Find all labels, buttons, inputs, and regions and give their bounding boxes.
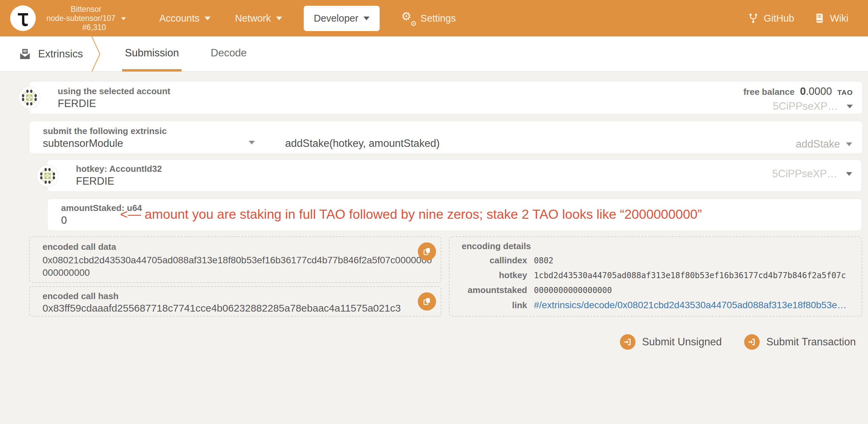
encoding-details-box: encoding details callindex 0802 hotkey 1… bbox=[449, 236, 862, 317]
wiki-link[interactable]: Wiki bbox=[814, 13, 848, 24]
annotation-note: <— amount you are staking in full TAO fo… bbox=[120, 207, 702, 222]
account-identicon bbox=[18, 86, 40, 109]
method-dropdown[interactable]: addStake bbox=[796, 138, 852, 150]
tab-bar: Extrinsics Submission Decode bbox=[0, 36, 868, 72]
tab-decode[interactable]: Decode bbox=[208, 36, 249, 72]
chevron-down-icon bbox=[363, 17, 370, 20]
chain-name: Bittensor bbox=[44, 5, 128, 14]
sign-in-icon bbox=[620, 334, 635, 350]
top-navbar: Bittensor node-subtensor/107 #6,310 Acco… bbox=[0, 0, 868, 36]
copy-icon bbox=[422, 297, 432, 306]
encoded-call-data-box: encoded call data 0x08021cbd2d43530a4470… bbox=[29, 236, 441, 283]
detail-row-callindex: callindex 0802 bbox=[450, 255, 854, 266]
sign-in-icon bbox=[744, 334, 760, 350]
network-info: Bittensor node-subtensor/107 #6,310 bbox=[44, 5, 128, 32]
encoded-data-value: 0x08021cbd2d43530a44705ad088af313e18f80b… bbox=[43, 254, 437, 279]
app-root: Bittensor node-subtensor/107 #6,310 Acco… bbox=[0, 0, 868, 424]
section-title: Extrinsics bbox=[19, 36, 83, 72]
account-select-card: using the selected account FERDIE free b… bbox=[29, 81, 863, 114]
hotkey-identicon bbox=[36, 165, 59, 187]
chevron-down-icon bbox=[846, 172, 852, 176]
amount-param-card: amountStaked: u64 0 <— amount you are st… bbox=[47, 198, 862, 231]
node-selector[interactable]: node-subtensor/107 bbox=[44, 14, 128, 23]
chevron-down-icon bbox=[205, 17, 211, 20]
hotkey-label: hotkey: AccountId32 bbox=[76, 164, 162, 174]
hotkey-account-name: FERDIE bbox=[76, 175, 114, 187]
module-select[interactable]: subtensorModule bbox=[43, 137, 123, 150]
encoded-hash-value: 0x83ff59cdaaafd255687718c7741cce4b062328… bbox=[43, 302, 401, 314]
amount-input[interactable]: 0 bbox=[61, 214, 67, 227]
separator-chevron bbox=[90, 36, 103, 72]
account-name: FERDIE bbox=[58, 98, 96, 110]
menu-network[interactable]: Network bbox=[223, 13, 294, 24]
menu-settings[interactable]: ⚙⚙ Settings bbox=[389, 11, 468, 25]
account-address-dropdown[interactable]: 5CiPPseXP… bbox=[743, 100, 853, 112]
extrinsic-select-card: submit the following extrinsic subtensor… bbox=[29, 121, 863, 154]
copy-call-data-button[interactable] bbox=[418, 242, 436, 261]
encoded-data-label: encoded call data bbox=[43, 242, 116, 252]
encoded-call-hash-box: encoded call hash 0x83ff59cdaaafd2556877… bbox=[29, 286, 441, 317]
copy-icon bbox=[422, 247, 432, 256]
code-fork-icon bbox=[748, 12, 758, 24]
menu-accounts[interactable]: Accounts bbox=[147, 13, 223, 24]
tabs: Submission Decode bbox=[122, 36, 276, 72]
bittensor-logo[interactable] bbox=[10, 5, 36, 31]
free-balance: free balance 0.0000 TAO bbox=[743, 85, 853, 98]
encoding-details-rows: callindex 0802 hotkey 1cbd2d43530a44705a… bbox=[450, 255, 854, 315]
chevron-down-icon bbox=[121, 17, 126, 20]
hotkey-address-dropdown[interactable]: 5CiPPseXP… bbox=[772, 168, 852, 180]
submit-unsigned-button[interactable]: Submit Unsigned bbox=[620, 334, 722, 350]
gears-icon: ⚙⚙ bbox=[401, 11, 415, 25]
hotkey-param-card: hotkey: AccountId32 FERDIE 5CiPPseXP… bbox=[47, 159, 862, 192]
extrinsics-icon bbox=[19, 48, 31, 60]
extrinsic-label: submit the following extrinsic bbox=[43, 126, 167, 136]
external-links: GitHub Wiki bbox=[748, 12, 848, 24]
tab-submission[interactable]: Submission bbox=[122, 36, 182, 72]
encoding-details-title: encoding details bbox=[462, 241, 531, 251]
menu-developer[interactable]: Developer bbox=[304, 6, 380, 31]
method-signature[interactable]: addStake(hotkey, amountStaked) bbox=[285, 137, 440, 150]
book-icon bbox=[814, 13, 824, 24]
chevron-down-icon[interactable] bbox=[249, 141, 255, 144]
submit-transaction-button[interactable]: Submit Transaction bbox=[744, 334, 856, 350]
submit-actions: Submit Unsigned Submit Transaction bbox=[620, 334, 856, 350]
tau-icon bbox=[16, 10, 30, 27]
encoded-hash-label: encoded call hash bbox=[43, 291, 118, 301]
decode-link[interactable]: #/extrinsics/decode/0x08021cbd2d43530a44… bbox=[534, 300, 846, 311]
detail-row-link: link #/extrinsics/decode/0x08021cbd2d435… bbox=[450, 300, 854, 311]
account-label: using the selected account bbox=[58, 86, 170, 97]
block-number: #6,310 bbox=[44, 23, 128, 32]
detail-row-hotkey: hotkey 1cbd2d43530a44705ad088af313e18f80… bbox=[450, 270, 854, 281]
main-menu: Accounts Network Developer ⚙⚙ Settings bbox=[147, 6, 468, 31]
github-link[interactable]: GitHub bbox=[748, 12, 794, 24]
copy-call-hash-button[interactable] bbox=[418, 292, 436, 311]
chevron-down-icon bbox=[847, 105, 853, 108]
token-unit: TAO bbox=[837, 88, 853, 97]
chevron-down-icon bbox=[276, 17, 282, 20]
chevron-down-icon bbox=[846, 142, 852, 146]
account-balance-block: free balance 0.0000 TAO 5CiPPseXP… bbox=[743, 85, 853, 112]
detail-row-amountstaked: amountstaked 0000000000000000 bbox=[450, 285, 854, 295]
